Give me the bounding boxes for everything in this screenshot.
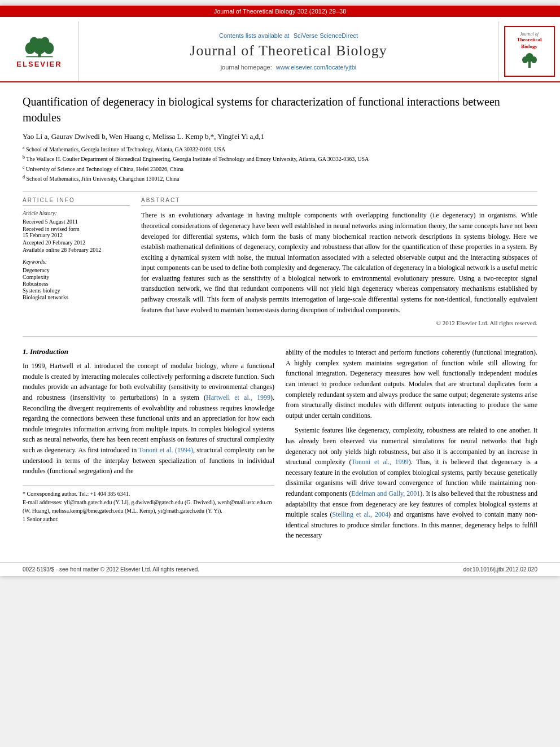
contents-available-line: Contents lists available at SciVerse Sci… bbox=[219, 32, 358, 39]
journal-citation: Journal of Theoretical Biology 302 (2012… bbox=[214, 8, 347, 15]
homepage-link[interactable]: www.elsevier.com/locate/yjtbi bbox=[276, 64, 356, 71]
article-title: Quantification of degeneracy in biologic… bbox=[23, 94, 537, 125]
abstract-text: There is an evolutionary advantage in ha… bbox=[141, 210, 537, 315]
elsevier-tree-icon bbox=[20, 34, 59, 58]
page-footer: 0022-5193/$ - see front matter © 2012 El… bbox=[0, 562, 560, 576]
right-para2: Systemic features like degeneracy, compl… bbox=[286, 425, 537, 541]
affiliation-c: c University of Science and Technology o… bbox=[23, 164, 537, 173]
footer-issn: 0022-5193/$ - see front matter © 2012 El… bbox=[23, 566, 199, 573]
keyword-2: Complexity bbox=[23, 274, 130, 280]
affiliation-b: b The Wallace H. Coulter Department of B… bbox=[23, 154, 537, 163]
elsevier-box: ELSEVIER bbox=[11, 34, 68, 68]
svg-point-11 bbox=[522, 56, 528, 63]
revised-date: Received in revised form 15 February 201… bbox=[23, 226, 130, 238]
keyword-4: Systems biology bbox=[23, 287, 130, 294]
journal-header: ELSEVIER Contents lists available at Sci… bbox=[0, 17, 560, 82]
intro-section-title: 1. Introduction bbox=[23, 347, 274, 356]
article-info-column: ARTICLE INFO Article history: Received 5… bbox=[23, 197, 130, 326]
elsevier-label: ELSEVIER bbox=[16, 60, 62, 68]
affiliation-d: d School of Mathematics, Jilin Universit… bbox=[23, 174, 537, 183]
available-date: Available online 28 February 2012 bbox=[23, 247, 130, 253]
abstract-column: ABSTRACT There is an evolutionary advant… bbox=[141, 197, 537, 326]
journal-top-bar: Journal of Theoretical Biology 302 (2012… bbox=[0, 6, 560, 17]
body-left-column: 1. Introduction In 1999, Hartwell et al.… bbox=[23, 347, 274, 545]
svg-point-6 bbox=[40, 37, 49, 47]
info-abstract-columns: ARTICLE INFO Article history: Received 5… bbox=[23, 197, 537, 326]
keywords-label: Keywords: bbox=[23, 259, 130, 265]
journal-mini-cover: Journal of Theoretical Biology bbox=[504, 26, 555, 77]
body-right-column: ability of the modules to interact and p… bbox=[286, 347, 537, 545]
svg-point-5 bbox=[29, 37, 38, 47]
keyword-5: Biological networks bbox=[23, 294, 130, 300]
mini-cover-line1: Journal of bbox=[520, 32, 539, 37]
journal-header-center: Contents lists available at SciVerse Sci… bbox=[79, 21, 498, 81]
intro-para1: In 1999, Hartwell et al. introduced the … bbox=[23, 361, 274, 477]
authors-line: Yao Li a, Gaurav Dwivedi b, Wen Huang c,… bbox=[23, 132, 537, 141]
svg-point-12 bbox=[531, 56, 537, 63]
article-content: Quantification of degeneracy in biologic… bbox=[0, 82, 560, 557]
footnote-senior: 1 Senior author. bbox=[23, 515, 274, 523]
affiliation-a: a School of Mathematics, Georgia Institu… bbox=[23, 145, 537, 154]
history-label: Article history: bbox=[23, 210, 130, 216]
journal-mini-cover-section: Journal of Theoretical Biology bbox=[498, 21, 560, 81]
footnote-email: E-mail addresses: yli@math.gatech.edu (Y… bbox=[23, 498, 274, 515]
divider-2 bbox=[23, 337, 537, 337]
article-info-header: ARTICLE INFO bbox=[23, 197, 130, 206]
keyword-1: Degeneracy bbox=[23, 267, 130, 273]
copyright-line: © 2012 Elsevier Ltd. All rights reserved… bbox=[141, 320, 537, 326]
abstract-header: ABSTRACT bbox=[141, 197, 537, 206]
footer-doi: doi:10.1016/j.jtbi.2012.02.020 bbox=[463, 566, 537, 573]
main-body: 1. Introduction In 1999, Hartwell et al.… bbox=[23, 347, 537, 545]
received-date: Received 5 August 2011 bbox=[23, 219, 130, 225]
elsevier-logo-section: ELSEVIER bbox=[0, 21, 79, 81]
intro-body-text: In 1999, Hartwell et al. introduced the … bbox=[23, 361, 274, 477]
intro-body-text-right: ability of the modules to interact and p… bbox=[286, 347, 537, 541]
sciverse-link[interactable]: SciVerse ScienceDirect bbox=[294, 32, 358, 39]
keyword-3: Robustness bbox=[23, 281, 130, 287]
journal-title-display: Journal of Theoretical Biology bbox=[190, 42, 387, 59]
accepted-date: Accepted 20 February 2012 bbox=[23, 239, 130, 246]
homepage-line: journal homepage: www.elsevier.com/locat… bbox=[221, 64, 357, 71]
footnote-corresponding: * Corresponding author. Tel.: +1 404 385… bbox=[23, 490, 274, 498]
affiliations: a School of Mathematics, Georgia Institu… bbox=[23, 145, 537, 183]
divider-1 bbox=[23, 191, 537, 191]
mini-cover-title: Theoretical Biology bbox=[517, 37, 542, 50]
right-para1: ability of the modules to interact and p… bbox=[286, 347, 537, 421]
mini-cover-icon bbox=[521, 52, 538, 71]
footnotes: * Corresponding author. Tel.: +1 404 385… bbox=[23, 486, 274, 523]
svg-rect-7 bbox=[26, 56, 53, 58]
